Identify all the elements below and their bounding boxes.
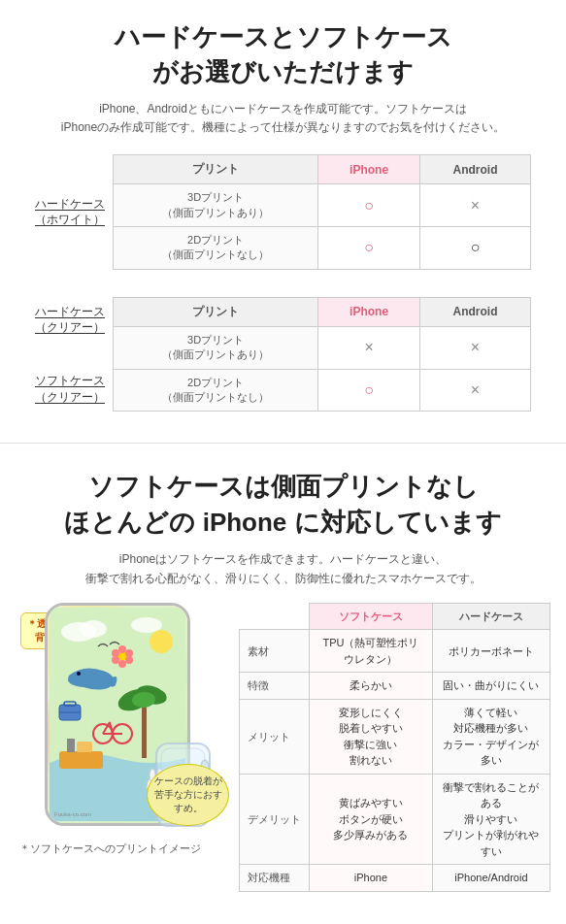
table1-row2-print: 2Dプリント（側面プリントなし） — [114, 226, 318, 269]
table2-row1-iphone: × — [318, 326, 420, 369]
svg-point-20 — [77, 672, 81, 676]
comp-soft-devices: iPhone — [310, 865, 433, 892]
comp-label-feature: 特徴 — [240, 673, 310, 700]
svg-rect-5 — [59, 751, 103, 769]
comp-soft-merit: 変形しにくく脱着しやすい衝撃に強い割れない — [310, 699, 433, 774]
bottom-content: ＊透過ではないイラストは背景色もプリント — [16, 603, 550, 892]
comp-hard-demerit: 衝撃で割れることがある滑りやすいプリントが剥がれやすい — [432, 774, 549, 865]
table2-row2-android: × — [420, 369, 531, 412]
comp-th-hard: ハードケース — [432, 603, 549, 630]
table2-left-label-soft-clear: ソフトケース（クリアー） — [35, 373, 105, 406]
table1-row1-print: 3Dプリント（側面プリントあり） — [114, 184, 318, 227]
table1-row1-android: × — [420, 184, 531, 227]
comp-label-material: 素材 — [240, 630, 310, 673]
table2-row1-print: 3Dプリント（側面プリントあり） — [114, 326, 318, 369]
th-iphone-2: iPhone — [318, 297, 420, 326]
comparison-table-col: ソフトケース ハードケース 素材 TPU（熱可塑性ポリウレタン） ポリカーボネー… — [239, 603, 550, 892]
phone-label: ＊ソフトケースへのプリントイメージ — [16, 842, 229, 856]
comparison-table: ソフトケース ハードケース 素材 TPU（熱可塑性ポリウレタン） ポリカーボネー… — [239, 603, 550, 892]
svg-point-24 — [125, 656, 133, 664]
table2-row2-print: 2Dプリント（側面プリントなし） — [114, 369, 318, 412]
table2: プリント iPhone Android 3Dプリント（側面プリントあり） × ×… — [113, 297, 531, 412]
svg-point-27 — [112, 649, 119, 657]
comp-label-merit: メリット — [240, 699, 310, 774]
bottom-description: iPhoneはソフトケースを作成できます。ハードケースと違い、衝撃で割れる心配が… — [16, 549, 550, 589]
svg-point-4 — [150, 630, 173, 653]
phone-image-box: ＊透過ではないイラストは背景色もプリント — [25, 603, 219, 836]
phone-column: ＊透過ではないイラストは背景色もプリント — [16, 603, 229, 856]
table1-row2-iphone: ○ — [318, 226, 420, 269]
table2-wrapper: ハードケース（クリアー） ソフトケース（クリアー） プリント iPhone An… — [19, 297, 547, 412]
table2-left-label-hard-clear: ハードケース（クリアー） — [35, 304, 105, 337]
comp-label-demerit: デメリット — [240, 774, 310, 865]
comp-row-devices: 対応機種 iPhone iPhone/Android — [240, 865, 550, 892]
table1-row2-android: ○ — [420, 226, 531, 269]
th-iphone-1: iPhone — [318, 155, 420, 184]
comp-soft-demerit: 黄ばみやすいボタンが硬い多少厚みがある — [310, 774, 433, 865]
case-bubble: ケースの脱着が苦手な方におすすめ。 — [147, 764, 229, 826]
top-section: ハードケースとソフトケースがお選びいただけます iPhone、Androidとも… — [0, 0, 566, 433]
svg-point-2 — [80, 620, 107, 638]
comp-row-feature: 特徴 柔らかい 固い・曲がりにくい — [240, 673, 550, 700]
table2-row1-android: × — [420, 326, 531, 369]
bottom-section: ソフトケースは側面プリントなしほとんどの iPhone に対応しています iPh… — [0, 453, 566, 908]
comp-soft-feature: 柔らかい — [310, 673, 433, 700]
table2-left-labels: ハードケース（クリアー） ソフトケース（クリアー） — [35, 297, 105, 412]
comp-row-material: 素材 TPU（熱可塑性ポリウレタン） ポリカーボネート — [240, 630, 550, 673]
table2-row2-iphone: ○ — [318, 369, 420, 412]
sub-description: iPhone、Androidともにハードケースを作成可能です。ソフトケースはiP… — [19, 100, 547, 137]
th-android-2: Android — [420, 297, 531, 326]
comp-label-devices: 対応機種 — [240, 865, 310, 892]
bottom-title: ソフトケースは側面プリントなしほとんどの iPhone に対応しています — [16, 469, 550, 540]
comp-hard-material: ポリカーボネート — [432, 630, 549, 673]
comp-soft-material: TPU（熱可塑性ポリウレタン） — [310, 630, 433, 673]
svg-rect-6 — [67, 739, 75, 752]
table1-left-label-hard-white: ハードケース（ホワイト） — [35, 196, 105, 229]
table1-left-labels: ハードケース（ホワイト） — [35, 154, 105, 270]
th-print-1: プリント — [114, 155, 318, 184]
comp-hard-feature: 固い・曲がりにくい — [432, 673, 549, 700]
svg-rect-8 — [142, 705, 147, 758]
comp-row-demerit: デメリット 黄ばみやすいボタンが硬い多少厚みがある 衝撃で割れることがある滑りや… — [240, 774, 550, 865]
svg-point-23 — [125, 649, 133, 657]
comp-th-empty — [240, 603, 310, 630]
comp-hard-merit: 薄くて軽い対応機種が多いカラー・デザインが多い — [432, 699, 549, 774]
svg-rect-7 — [77, 742, 92, 752]
comp-row-merit: メリット 変形しにくく脱着しやすい衝撃に強い割れない 薄くて軽い対応機種が多いカ… — [240, 699, 550, 774]
table1-wrapper: ハードケース（ホワイト） プリント iPhone Android 3Dプリント（… — [19, 154, 547, 270]
main-title: ハードケースとソフトケースがお選びいただけます — [19, 19, 547, 90]
th-android-1: Android — [420, 155, 531, 184]
comp-hard-devices: iPhone/Android — [432, 865, 549, 892]
comp-th-soft: ソフトケース — [310, 603, 433, 630]
svg-point-25 — [118, 660, 126, 668]
svg-point-26 — [112, 656, 119, 664]
svg-text:Fuuka-co.com: Fuuka-co.com — [54, 811, 91, 817]
svg-point-22 — [118, 645, 126, 653]
table1: プリント iPhone Android 3Dプリント（側面プリントあり） ○ ×… — [113, 154, 531, 270]
table1-row1-iphone: ○ — [318, 184, 420, 227]
svg-point-3 — [131, 617, 162, 633]
th-print-2: プリント — [114, 297, 318, 326]
